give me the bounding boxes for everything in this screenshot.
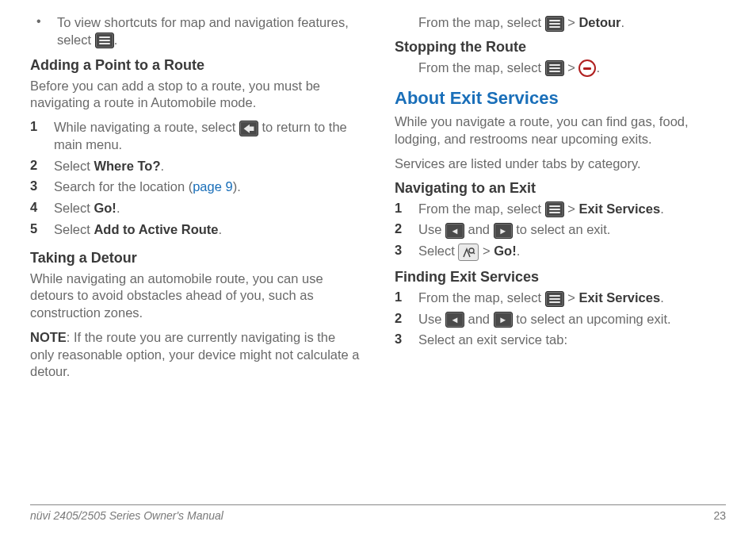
text-fragment: > (564, 60, 579, 75)
text-fragment: . (621, 15, 625, 29)
text-fragment: . (660, 201, 664, 216)
text-fragment: While navigating a route, select (54, 120, 239, 134)
text-fragment: Use (418, 312, 445, 326)
step-text: From the map, select > Exit Services. (418, 290, 664, 307)
text-fragment: and (464, 312, 494, 326)
subheading-adding-point: Adding a Point to a Route (30, 57, 361, 74)
left-column: • To view shortcuts for map and navigati… (30, 14, 361, 388)
step-text: While navigating a route, select to retu… (54, 119, 361, 154)
paragraph: Before you can add a stop to a route, yo… (30, 78, 361, 113)
subheading-stopping-route: Stopping the Route (395, 39, 726, 56)
strong-text: Add to Active Route (94, 222, 218, 236)
text-fragment: > (564, 15, 579, 29)
step-text: Use ◄ and ► to select an exit. (418, 221, 610, 239)
step-row: 3 Search for the location (page 9). (30, 178, 361, 196)
subheading-taking-detour: Taking a Detour (30, 250, 361, 266)
left-arrow-icon: ◄ (445, 312, 464, 328)
text-fragment: to select an upcoming exit. (513, 312, 671, 326)
text-fragment: . (160, 159, 164, 173)
section-heading-exit-services: About Exit Services (395, 88, 726, 109)
step-text: From the map, select > Exit Services. (418, 201, 664, 218)
page-link[interactable]: page 9 (193, 179, 232, 194)
back-icon (239, 121, 258, 136)
text-fragment: > (564, 201, 579, 216)
strong-text: Exit Services (578, 290, 660, 305)
step-number: 1 (395, 290, 418, 307)
step-text: Select Where To?. (54, 158, 164, 175)
page-number: 23 (713, 509, 726, 522)
menu-icon (545, 201, 564, 217)
text-fragment: From the map, select (418, 201, 545, 216)
step-number: 3 (395, 332, 418, 349)
text-fragment: ). (233, 179, 241, 194)
menu-icon (545, 291, 564, 307)
step-number: 1 (395, 201, 418, 218)
step-row: 1 From the map, select > Exit Services. (395, 290, 726, 307)
stop-icon (578, 59, 596, 77)
exit-search-icon (458, 243, 479, 261)
right-arrow-icon: ► (494, 312, 513, 328)
step-number: 5 (30, 221, 54, 239)
text-fragment: . (116, 201, 120, 215)
text-fragment: > (479, 243, 494, 258)
text-fragment: From the map, select (418, 60, 545, 75)
bullet-item: • To view shortcuts for map and navigati… (30, 14, 361, 49)
step-text: Select Go!. (54, 200, 120, 217)
step-number: 4 (30, 200, 54, 217)
bullet-marker: • (30, 14, 57, 49)
text-fragment: and (464, 222, 494, 236)
right-column: From the map, select > Detour. Stopping … (395, 14, 726, 388)
paragraph: While navigating an automobile route, yo… (30, 270, 361, 322)
step-row: 3 Select > Go!. (395, 243, 726, 261)
menu-icon (545, 60, 564, 76)
text-fragment: > (564, 290, 579, 305)
text-fragment: . (660, 290, 664, 305)
step-row: 3 Select an exit service tab: (395, 332, 726, 349)
text-fragment: : If the route you are currently navigat… (30, 330, 360, 379)
paragraph: From the map, select > Detour. (395, 14, 726, 32)
step-text: Select Add to Active Route. (54, 221, 222, 239)
paragraph-note: NOTE: If the route you are currently nav… (30, 329, 361, 381)
step-number: 2 (395, 221, 418, 239)
text-fragment: Select (54, 222, 94, 236)
step-row: 1 While navigating a route, select to re… (30, 119, 361, 154)
step-text: Select an exit service tab: (418, 332, 567, 349)
text-fragment: . (114, 33, 118, 47)
strong-text: Go! (94, 201, 116, 215)
text-fragment: Use (418, 222, 445, 236)
step-row: 4 Select Go!. (30, 200, 361, 217)
step-number: 3 (30, 178, 54, 196)
step-row: 1 From the map, select > Exit Services. (395, 201, 726, 218)
strong-text: Exit Services (578, 201, 660, 216)
step-row: 5 Select Add to Active Route. (30, 221, 361, 239)
text-fragment: From the map, select (418, 290, 545, 305)
strong-text: Where To? (94, 159, 160, 173)
bullet-text: To view shortcuts for map and navigation… (57, 14, 361, 49)
text-fragment: to select an exit. (513, 222, 611, 236)
step-text: Use ◄ and ► to select an upcoming exit. (418, 311, 671, 328)
menu-icon (95, 33, 114, 48)
text-fragment: Search for the location ( (54, 179, 193, 194)
strong-text: Detour (578, 15, 620, 29)
text-fragment: . (219, 222, 223, 236)
text-fragment: . (517, 243, 521, 258)
text-fragment: . (596, 60, 600, 75)
text-fragment: Select (54, 159, 94, 173)
page-footer: nüvi 2405/2505 Series Owner's Manual 23 (30, 504, 726, 522)
menu-icon (545, 16, 564, 32)
footer-title: nüvi 2405/2505 Series Owner's Manual (30, 509, 223, 522)
text-fragment: From the map, select (418, 15, 545, 29)
left-arrow-icon: ◄ (445, 223, 464, 239)
step-text: Search for the location (page 9). (54, 178, 241, 196)
step-number: 3 (395, 243, 418, 261)
step-row: 2 Use ◄ and ► to select an exit. (395, 221, 726, 239)
paragraph: From the map, select > . (395, 59, 726, 78)
right-arrow-icon: ► (494, 223, 513, 239)
step-number: 2 (395, 311, 418, 328)
subheading-navigating-exit: Navigating to an Exit (395, 180, 726, 197)
step-text: Select > Go!. (418, 243, 520, 261)
text-fragment: Select (418, 243, 458, 258)
step-number: 1 (30, 119, 54, 154)
paragraph: While you navigate a route, you can find… (395, 113, 726, 148)
paragraph: Services are listed under tabs by catego… (395, 155, 726, 173)
